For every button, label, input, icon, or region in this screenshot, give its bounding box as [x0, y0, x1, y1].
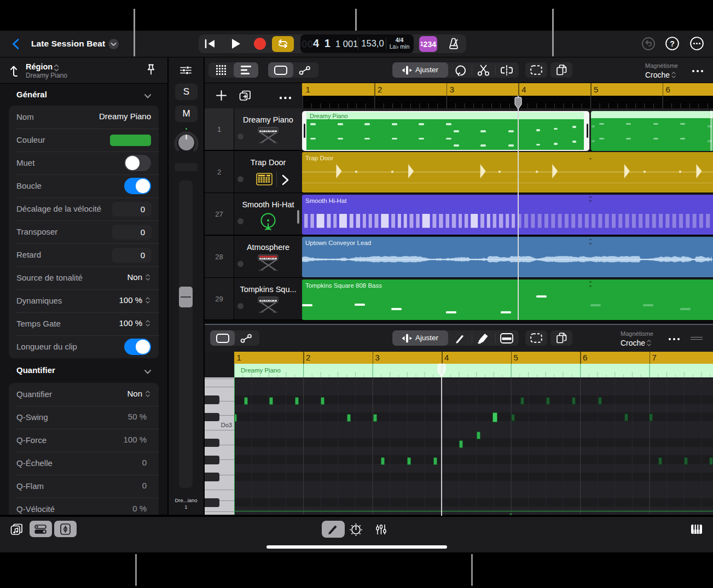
svg-text:?: ?: [670, 39, 675, 48]
